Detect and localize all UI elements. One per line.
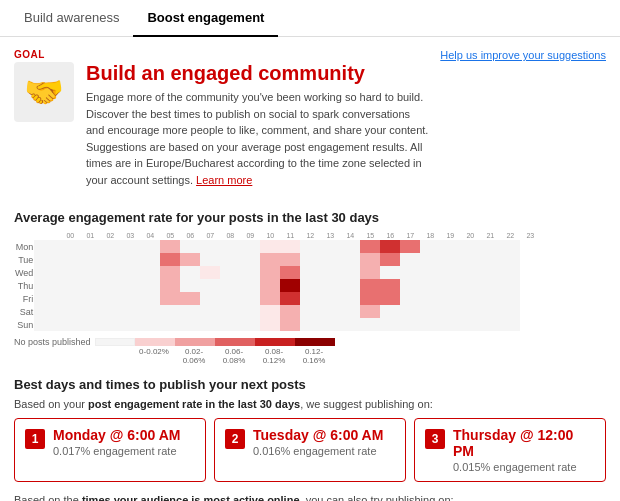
tab-build-awareness[interactable]: Build awareness bbox=[10, 0, 133, 36]
page-description: Engage more of the community you've been… bbox=[86, 89, 430, 188]
heatmap-table: 0001020304050607080910111213141516171819… bbox=[14, 231, 540, 331]
engagement-card-3: 3 Thursday @ 12:00 PM 0.015% engagement … bbox=[414, 418, 606, 482]
engagement-card-2: 2 Tuesday @ 6:00 AM 0.016% engagement ra… bbox=[214, 418, 406, 482]
heatmap-container: 0001020304050607080910111213141516171819… bbox=[14, 231, 606, 331]
rate-1: 0.017% engagement rate bbox=[53, 445, 180, 457]
engagement-card-1: 1 Monday @ 6:00 AM 0.017% engagement rat… bbox=[14, 418, 206, 482]
tab-bar: Build awareness Boost engagement bbox=[0, 0, 620, 37]
goal-label: GOAL bbox=[14, 49, 430, 60]
header-icon: 🤝 bbox=[14, 62, 74, 122]
page-title: Build an engaged community bbox=[86, 62, 430, 85]
rate-2: 0.016% engagement rate bbox=[253, 445, 383, 457]
heatmap-legend: No posts published 0-0.02% 0.02-0.06% 0.… bbox=[14, 337, 606, 365]
rate-3: 0.015% engagement rate bbox=[453, 461, 595, 473]
time-3: Thursday @ 12:00 PM bbox=[453, 427, 595, 459]
best-times-title: Best days and times to publish your next… bbox=[14, 377, 606, 392]
tab-boost-engagement[interactable]: Boost engagement bbox=[133, 0, 278, 37]
rank-2: 2 bbox=[225, 429, 245, 449]
rank-3: 3 bbox=[425, 429, 445, 449]
engagement-intro: Based on your post engagement rate in th… bbox=[14, 398, 606, 410]
rank-1: 1 bbox=[25, 429, 45, 449]
audience-intro: Based on the times your audience is most… bbox=[14, 494, 606, 501]
learn-more-link[interactable]: Learn more bbox=[196, 174, 252, 186]
help-improve-link[interactable]: Help us improve your suggestions bbox=[440, 49, 606, 61]
heatmap-title: Average engagement rate for your posts i… bbox=[14, 210, 606, 225]
time-2: Tuesday @ 6:00 AM bbox=[253, 427, 383, 443]
time-1: Monday @ 6:00 AM bbox=[53, 427, 180, 443]
engagement-cards: 1 Monday @ 6:00 AM 0.017% engagement rat… bbox=[14, 418, 606, 482]
